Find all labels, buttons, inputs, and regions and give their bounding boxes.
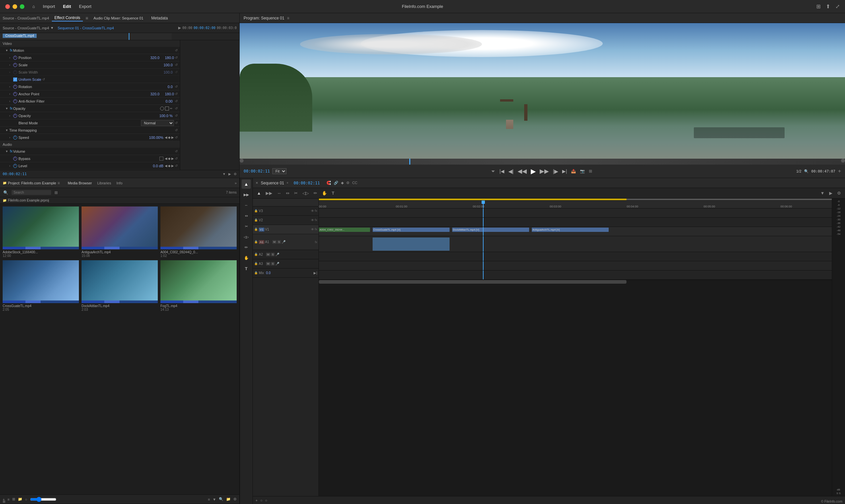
seq-tool-roll2[interactable]: ⇔ <box>284 190 291 196</box>
prop-time-remap-group[interactable]: ▼ Time Remapping ↺ <box>0 127 180 134</box>
tr-reset[interactable]: ↺ <box>174 128 179 132</box>
a1-fx[interactable]: fx <box>315 240 317 244</box>
a1-sync[interactable]: A1 <box>259 240 264 244</box>
v3-lock[interactable]: 🔒 <box>254 209 258 213</box>
bypass1-reset[interactable]: ↺ <box>174 157 179 160</box>
prop-opacity-group[interactable]: ▼ fx Opacity ✏ ↺ <box>0 105 180 112</box>
v1-clip-2[interactable]: CrossGuateTL.mp4 [V] <box>373 228 450 232</box>
uniform-scale-checkbox[interactable]: ✓ <box>13 77 17 82</box>
tool-roll[interactable]: ⇔ <box>242 211 251 220</box>
bypass1-nav-right[interactable]: ▶ <box>171 157 174 160</box>
seq-tool-select[interactable]: ▲ <box>256 190 262 196</box>
ec-menu-icon[interactable]: ▶ <box>228 172 231 176</box>
tool-track-select[interactable]: ▶▶ <box>242 190 251 199</box>
tool-pen[interactable]: ✏ <box>242 243 251 252</box>
uniform-scale-reset[interactable]: ↺ <box>41 77 46 81</box>
seq-tool-ripple2[interactable]: ↔ <box>276 190 283 196</box>
prop-volume-group[interactable]: ▼ fx Volume ↺ <box>0 148 180 155</box>
opval-reset[interactable]: ↺ <box>174 114 179 118</box>
pb-zoom-slider[interactable] <box>30 497 56 502</box>
bypass1-keyframe-icon[interactable] <box>13 157 17 161</box>
prop-rotation[interactable]: › Rotation 0.0 ↺ <box>0 83 180 90</box>
tool-hand[interactable]: ✋ <box>242 253 251 263</box>
panel-tab-effect[interactable]: Effect Controls <box>52 15 83 21</box>
seq-play-in-out[interactable]: ▶ <box>828 190 834 196</box>
a3-m[interactable]: M <box>266 262 270 266</box>
project-search-input[interactable] <box>12 190 51 195</box>
project-menu-icon[interactable]: ≡ <box>57 181 60 185</box>
share-icon[interactable]: ⬆ <box>826 3 830 10</box>
v2-eye[interactable]: 👁 <box>311 218 314 222</box>
program-btn-play[interactable]: ▶ <box>531 167 536 175</box>
v3-fx[interactable]: fx <box>315 209 317 213</box>
program-btn-next[interactable]: ▶| <box>562 168 567 174</box>
bypass1-nav-left[interactable]: ◀ <box>165 157 168 160</box>
a1-lock[interactable]: 🔒 <box>254 240 258 244</box>
minimize-button[interactable] <box>13 4 17 9</box>
ec-filter-icon[interactable]: ▼ <box>223 172 226 176</box>
v1-sync[interactable]: V1 <box>259 228 264 232</box>
pb-icon-right-3[interactable]: 📁 <box>226 497 231 501</box>
program-btn-step-fwd[interactable]: |▶ <box>553 168 558 175</box>
timeline-hscroll[interactable] <box>319 280 832 284</box>
prop-level[interactable]: › Level 0.0 dB ◀ ◆ ▶ ↺ <box>0 162 180 169</box>
pb-icon-4[interactable]: 📁 <box>18 497 22 501</box>
a3-s[interactable]: S <box>271 262 275 266</box>
rot-value[interactable]: 0.0 <box>156 85 173 89</box>
lvl-nav-left[interactable]: ◀ <box>165 164 168 167</box>
opacity-group-reset[interactable]: ↺ <box>174 107 179 110</box>
v1-clip-3[interactable]: DockAtitlanTL.mp4 [V] <box>452 228 529 232</box>
mix-lock[interactable]: 🔒 <box>254 271 258 275</box>
seq-snap-icon[interactable]: 🧲 <box>327 181 331 185</box>
bypass1-checkbox[interactable] <box>159 157 163 161</box>
mix-end-icon[interactable]: ▶| <box>314 271 317 275</box>
v1-fx[interactable]: fx <box>315 228 317 231</box>
project-item-0[interactable]: AdobeStock_1166400... 12:00 <box>3 206 79 258</box>
spd-nav-diamond[interactable]: ◆ <box>168 136 171 139</box>
panel-tab-metadata[interactable]: Metadata <box>148 15 170 21</box>
seq-filter-icon[interactable]: ▼ <box>819 190 826 196</box>
program-playhead[interactable] <box>409 159 410 165</box>
v3-eye[interactable]: 👁 <box>311 209 314 213</box>
pb-icon-right-2[interactable]: ▼ <box>213 498 216 501</box>
prop-uniform-scale[interactable]: › ✓ Uniform Scale ↺ <box>0 76 180 83</box>
prop-blend-mode[interactable]: › Blend Mode Normal ↺ <box>0 120 180 127</box>
prop-speed[interactable]: › Speed 100.00% ◀ ◆ ▶ ↺ <box>0 134 180 141</box>
settings-icon[interactable]: ⊞ <box>816 3 821 10</box>
spd-nav-left[interactable]: ◀ <box>165 136 168 139</box>
lvl-reset[interactable]: ↺ <box>174 164 179 167</box>
tool-razor[interactable]: ✂ <box>242 222 251 231</box>
prop-scale[interactable]: › Scale 100.0 ↺ <box>0 61 180 69</box>
tool-ripple[interactable]: ↔ <box>242 200 251 210</box>
vol-reset[interactable]: ↺ <box>174 149 179 153</box>
lvl-keyframe-icon[interactable] <box>13 164 17 168</box>
rot-reset[interactable]: ↺ <box>174 85 179 88</box>
tool-slip[interactable]: ◁▷ <box>242 232 251 241</box>
motion-chevron[interactable]: ▼ <box>5 49 8 52</box>
scale-value[interactable]: 100.0 <box>156 63 173 67</box>
tool-type[interactable]: T <box>242 264 251 273</box>
program-btn-export[interactable]: 📤 <box>571 169 576 174</box>
timeline-playhead[interactable] <box>483 200 483 208</box>
program-btn-mark-in[interactable]: ⏷ <box>491 168 495 174</box>
seq-caption-icon[interactable]: CC <box>352 181 357 185</box>
opval-value[interactable]: 100.0 % <box>156 114 173 118</box>
pos-value-y[interactable]: 180.0 <box>161 56 174 60</box>
a2-lock[interactable]: 🔒 <box>254 253 258 257</box>
anchor-value-y[interactable]: 180.0 <box>161 92 174 96</box>
pb-icon-right-4[interactable]: ⚙ <box>233 497 237 501</box>
v1-eye[interactable]: 👁 <box>311 228 314 231</box>
v2-lock[interactable]: 🔒 <box>254 218 258 222</box>
spd-nav-right[interactable]: ▶ <box>171 136 174 139</box>
a2-mic[interactable]: 🎤 <box>275 253 279 256</box>
opacity-chevron[interactable]: ▼ <box>5 107 8 110</box>
scale-keyframe-icon[interactable] <box>13 63 17 67</box>
seq-link-icon[interactable]: 🔗 <box>334 181 338 185</box>
source-dropdown-arrow[interactable]: ▼ <box>51 26 54 30</box>
project-item-3[interactable]: CrossGuateTL.mp4 2:05 <box>3 260 79 311</box>
seq-btn-scroll-right[interactable]: ○ <box>265 498 267 502</box>
program-btn-cam[interactable]: 📷 <box>580 169 585 174</box>
program-btn-prev[interactable]: |◀ <box>499 168 504 174</box>
panel-tab-audio-mixer[interactable]: Audio Clip Mixer: Sequence 01 <box>91 16 146 21</box>
program-zoom-icon[interactable]: 🔍 <box>804 169 809 174</box>
